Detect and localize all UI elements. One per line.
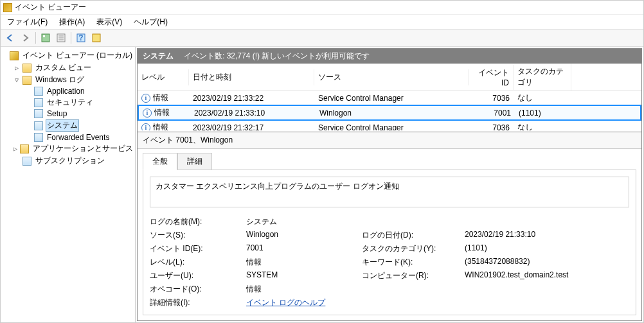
label-level: レベル(L): — [150, 257, 246, 268]
label-eventid: イベント ID(E): — [150, 243, 246, 254]
menubar: ファイル(F) 操作(A) 表示(V) ヘルプ(H) — [1, 15, 643, 29]
log-icon — [34, 98, 43, 107]
event-log-help-link[interactable]: イベント ログのヘルプ — [246, 298, 325, 307]
tree-system[interactable]: システム — [2, 119, 134, 132]
tree-application[interactable]: Application — [2, 86, 134, 96]
value-source: Winlogon — [246, 230, 362, 241]
folder-icon — [22, 76, 31, 85]
content-area: イベント ビューアー (ローカル) ▷カスタム ビュー ▽Windows ログ … — [1, 47, 643, 322]
info-icon: i — [141, 94, 150, 103]
log-icon — [34, 109, 43, 118]
refresh-button[interactable] — [89, 31, 103, 45]
log-icon — [34, 87, 43, 96]
app-icon — [3, 3, 12, 12]
menu-view[interactable]: 表示(V) — [91, 15, 127, 29]
svg-rect-0 — [42, 34, 49, 42]
value-user: SYSTEM — [246, 270, 362, 281]
value-opcode: 情報 — [246, 284, 362, 295]
info-icon: i — [141, 123, 150, 131]
value-keywords: (35184372088832) — [465, 257, 629, 268]
tree-app-services[interactable]: ▷アプリケーションとサービス ログ — [2, 143, 134, 155]
event-properties: ログの名前(M): システム ソース(S): Winlogon ログの日付(D)… — [150, 216, 629, 308]
show-tree-button[interactable] — [39, 31, 53, 45]
info-icon: i — [143, 109, 152, 118]
label-computer: コンピューター(R): — [362, 270, 465, 281]
tree-forwarded[interactable]: Forwarded Events — [2, 132, 134, 143]
folder-icon — [22, 64, 31, 73]
event-viewer-window: イベント ビューアー ファイル(F) 操作(A) 表示(V) ヘルプ(H) ? … — [0, 0, 644, 323]
folder-icon — [20, 144, 29, 153]
tree-windows-logs[interactable]: ▽Windows ログ — [2, 74, 134, 86]
col-eventid[interactable]: イベント ID — [469, 65, 514, 90]
value-computer: WIN201902.test_domain2.test — [465, 270, 629, 281]
right-pane: システム イベント数: 32,774 (!) 新しいイベントが利用可能です レベ… — [137, 48, 642, 321]
label-source: ソース(S): — [150, 230, 246, 241]
log-banner: システム イベント数: 32,774 (!) 新しいイベントが利用可能です — [138, 49, 641, 64]
event-row[interactable]: i情報 2023/02/19 21:32:17 Service Control … — [138, 121, 641, 130]
event-description: カスタマー エクスペリエンス向上プログラムのユーザー ログオン通知 — [150, 177, 629, 207]
label-opcode: オペコード(O): — [150, 284, 246, 295]
value-taskcat: (1101) — [465, 243, 629, 254]
label-user: ユーザー(U): — [150, 270, 246, 281]
tree-setup[interactable]: Setup — [2, 109, 134, 119]
window-title: イベント ビューアー — [15, 2, 86, 13]
label-keywords: キーワード(K): — [362, 257, 465, 268]
tree-pane[interactable]: イベント ビューアー (ローカル) ▷カスタム ビュー ▽Windows ログ … — [1, 47, 136, 322]
event-row[interactable]: i情報 2023/02/19 21:33:10 Winlogon 7001 (1… — [138, 105, 641, 121]
menu-action[interactable]: 操作(A) — [54, 15, 90, 29]
menu-file[interactable]: ファイル(F) — [2, 15, 53, 29]
label-moreinfo: 詳細情報(I): — [150, 297, 246, 308]
back-button[interactable] — [3, 31, 17, 45]
toolbar-separator — [35, 32, 36, 44]
toolbar: ? — [1, 29, 643, 47]
col-category[interactable]: タスクのカテゴリ — [514, 64, 571, 91]
menu-help[interactable]: ヘルプ(H) — [129, 15, 173, 29]
event-grid[interactable]: レベル 日付と時刻 ソース イベント ID タスクのカテゴリ i情報 2023/… — [138, 64, 641, 130]
tree-root[interactable]: イベント ビューアー (ローカル) — [2, 49, 134, 62]
label-logname: ログの名前(M): — [150, 216, 246, 227]
event-count: イベント数: 32,774 (!) 新しいイベントが利用可能です — [184, 51, 370, 62]
tree-subscriptions[interactable]: サブスクリプション — [2, 155, 134, 167]
value-eventid: 7001 — [246, 243, 362, 254]
log-icon — [34, 133, 43, 142]
value-logged: 2023/02/19 21:33:10 — [465, 230, 629, 241]
detail-header: イベント 7001、Winlogon — [138, 132, 641, 149]
forward-button[interactable] — [19, 31, 33, 45]
col-level[interactable]: レベル — [138, 69, 189, 85]
properties-button[interactable] — [54, 31, 68, 45]
detail-pane: イベント 7001、Winlogon 全般 詳細 カスタマー エクスペリエンス向… — [138, 132, 641, 320]
subscription-icon — [22, 157, 31, 166]
titlebar: イベント ビューアー — [1, 1, 643, 15]
grid-header: レベル 日付と時刻 ソース イベント ID タスクのカテゴリ — [138, 64, 641, 91]
help-button[interactable]: ? — [74, 31, 88, 45]
tree-custom-views[interactable]: ▷カスタム ビュー — [2, 62, 134, 74]
label-logged: ログの日付(D): — [362, 230, 465, 241]
svg-text:?: ? — [78, 33, 83, 42]
label-taskcat: タスクのカテゴリ(Y): — [362, 243, 465, 254]
col-source[interactable]: ソース — [314, 69, 469, 85]
tab-general[interactable]: 全般 — [143, 153, 177, 170]
log-name: システム — [143, 51, 174, 62]
event-row[interactable]: i情報 2023/02/19 21:33:22 Service Control … — [138, 91, 641, 105]
col-datetime[interactable]: 日付と時刻 — [189, 69, 314, 85]
tree-security[interactable]: セキュリティ — [2, 96, 134, 109]
svg-rect-1 — [43, 35, 45, 37]
general-tab-body: カスタマー エクスペリエンス向上プログラムのユーザー ログオン通知 ログの名前(… — [143, 170, 636, 315]
log-icon — [34, 121, 43, 130]
toolbar-separator — [71, 32, 71, 44]
value-level: 情報 — [246, 257, 362, 268]
value-logname: システム — [246, 216, 362, 227]
detail-tabs: 全般 詳細 — [138, 149, 641, 170]
tab-details[interactable]: 詳細 — [177, 153, 212, 170]
svg-rect-8 — [93, 34, 100, 42]
eventviewer-icon — [10, 51, 19, 60]
